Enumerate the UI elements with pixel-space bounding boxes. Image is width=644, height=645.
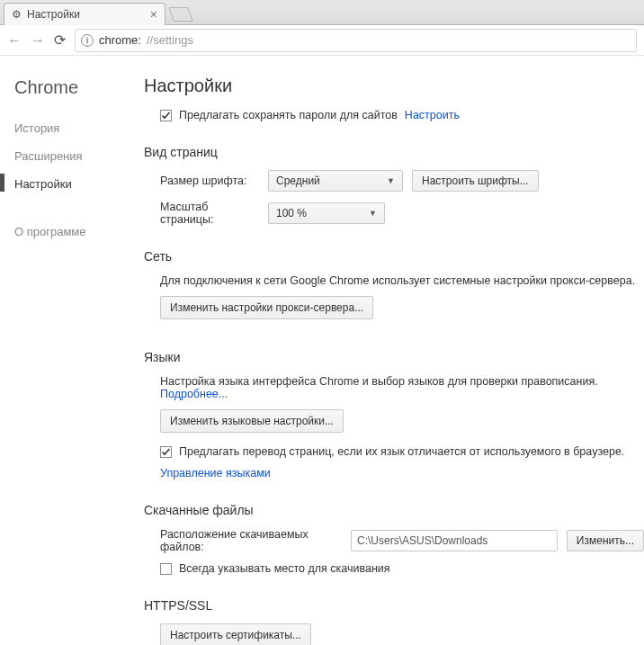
languages-help: Настройка языка интерфейса Chrome и выбо… (160, 375, 598, 388)
configure-passwords-link[interactable]: Настроить (405, 109, 460, 121)
url-host: chrome: (99, 33, 141, 47)
sidebar-item-settings[interactable]: Настройки (14, 170, 135, 198)
tab-title: Настройки (27, 8, 80, 21)
back-button[interactable]: ← (7, 32, 22, 49)
section-appearance: Вид страниц Размер шрифта: Средний ▼ Нас… (144, 145, 644, 226)
customize-fonts-button[interactable]: Настроить шрифты... (412, 170, 539, 192)
proxy-settings-button[interactable]: Изменить настройки прокси-сервера... (160, 296, 373, 319)
download-location-input[interactable] (351, 530, 558, 551)
sidebar-item-extensions[interactable]: Расширения (14, 142, 135, 170)
appearance-heading: Вид страниц (144, 145, 644, 159)
manage-certificates-button[interactable]: Настроить сертификаты... (160, 623, 311, 645)
font-size-select[interactable]: Средний ▼ (268, 170, 403, 192)
download-location-label: Расположение скачиваемых файлов: (160, 528, 342, 553)
svg-rect-2 (161, 563, 172, 574)
offer-translate-label: Предлагать перевод страниц, если их язык… (179, 445, 624, 458)
main-panel: Настройки Предлагать сохранять пароли дл… (135, 56, 644, 645)
tab-strip: ⚙ Настройки × (0, 0, 644, 25)
close-icon[interactable]: × (150, 7, 157, 22)
ask-download-location-checkbox[interactable] (160, 563, 172, 575)
sidebar-item-about[interactable]: О программе (14, 218, 135, 246)
browser-toolbar: ← → ⟳ i chrome://settings (0, 25, 644, 56)
section-ssl: HTTPS/SSL Настроить сертификаты... (144, 598, 644, 645)
offer-translate-checkbox[interactable] (160, 446, 172, 458)
font-size-value: Средний (276, 175, 320, 187)
chevron-down-icon: ▼ (369, 209, 377, 218)
offer-save-passwords-row: Предлагать сохранять пароли для сайтов Н… (160, 109, 644, 121)
languages-heading: Языки (144, 350, 644, 364)
change-download-location-button[interactable]: Изменить... (567, 530, 644, 551)
page-zoom-select[interactable]: 100 % ▼ (268, 202, 385, 224)
info-icon[interactable]: i (81, 34, 94, 47)
section-network: Сеть Для подключения к сети Google Chrom… (144, 249, 644, 327)
font-size-label: Размер шрифта: (160, 175, 259, 187)
network-heading: Сеть (144, 249, 644, 264)
reload-button[interactable]: ⟳ (54, 31, 66, 49)
page-zoom-label: Масштаб страницы: (160, 201, 259, 226)
url-path: //settings (147, 33, 193, 47)
offer-save-passwords-checkbox[interactable] (160, 110, 172, 121)
page-title: Настройки (144, 76, 644, 96)
manage-languages-link[interactable]: Управление языками (160, 467, 271, 479)
sidebar-item-history[interactable]: История (14, 114, 135, 142)
sidebar: Chrome История Расширения Настройки О пр… (0, 56, 135, 645)
new-tab-button[interactable] (168, 7, 193, 22)
sidebar-brand: Chrome (14, 77, 135, 98)
chevron-down-icon: ▼ (387, 176, 395, 185)
gear-icon: ⚙ (12, 8, 22, 21)
forward-button[interactable]: → (31, 32, 45, 49)
browser-tab[interactable]: ⚙ Настройки × (4, 3, 165, 25)
page-zoom-value: 100 % (276, 207, 307, 219)
section-languages: Языки Настройка языка интерфейса Chrome … (144, 350, 644, 479)
ask-download-location-label: Всегда указывать место для скачивания (179, 562, 390, 575)
ssl-heading: HTTPS/SSL (144, 598, 644, 613)
address-bar[interactable]: i chrome://settings (75, 29, 637, 52)
network-help: Для подключения к сети Google Chrome исп… (160, 274, 644, 287)
languages-more-link[interactable]: Подробнее... (160, 388, 228, 400)
downloads-heading: Скачанные файлы (144, 503, 644, 517)
language-settings-button[interactable]: Изменить языковые настройки... (160, 409, 344, 433)
section-downloads: Скачанные файлы Расположение скачиваемых… (144, 503, 644, 575)
offer-save-passwords-label: Предлагать сохранять пароли для сайтов (179, 109, 398, 121)
